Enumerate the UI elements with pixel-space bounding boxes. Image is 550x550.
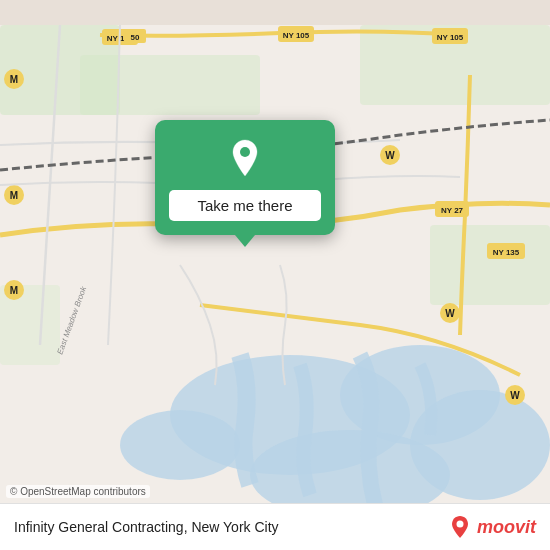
osm-credit: © OpenStreetMap contributors	[6, 485, 150, 498]
svg-text:M: M	[10, 190, 18, 201]
take-me-there-button[interactable]: Take me there	[169, 190, 321, 221]
svg-text:M: M	[10, 285, 18, 296]
svg-text:M: M	[10, 74, 18, 85]
svg-text:NY 27: NY 27	[441, 206, 464, 215]
svg-text:NY 105: NY 105	[283, 31, 310, 40]
map-container: NY 105 NY 105 NY 105 NY 27 NY 135 M M M …	[0, 0, 550, 550]
moovit-logo: moovit	[447, 514, 536, 540]
svg-text:W: W	[385, 150, 395, 161]
svg-text:NY 135: NY 135	[493, 248, 520, 257]
svg-text:W: W	[445, 308, 455, 319]
svg-point-36	[240, 147, 250, 157]
popup-card: Take me there	[155, 120, 335, 235]
map-background: NY 105 NY 105 NY 105 NY 27 NY 135 M M M …	[0, 0, 550, 550]
svg-rect-7	[80, 55, 260, 115]
svg-point-2	[120, 410, 240, 480]
location-pin-icon	[223, 136, 267, 180]
moovit-brand-text: moovit	[477, 517, 536, 538]
svg-text:W: W	[510, 390, 520, 401]
bottom-bar: Infinity General Contracting, New York C…	[0, 503, 550, 550]
svg-text:50: 50	[131, 33, 140, 42]
svg-text:NY 105: NY 105	[437, 33, 464, 42]
moovit-pin-icon	[447, 514, 473, 540]
location-label: Infinity General Contracting, New York C…	[14, 519, 279, 535]
svg-point-37	[456, 521, 463, 528]
svg-rect-9	[430, 225, 550, 305]
